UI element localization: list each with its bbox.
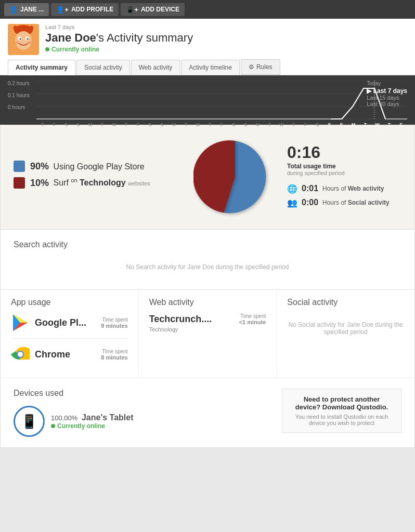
online-badge: Currently online (45, 46, 99, 53)
app-item-chrome: Chrome Time spent 8 minutes (11, 345, 128, 370)
chrome-icon (11, 345, 30, 364)
chart-legend: Today ▶ Last 7 days Last 15 days Last 30… (367, 81, 407, 107)
chart-area: 0.2 hours 0.1 hours 0 hours TF SS MT WT … (0, 75, 415, 125)
social-activity-title: Social activity (287, 298, 404, 307)
activity-left: 90% Using Google Play Store 10% Surf on … (14, 161, 183, 194)
svg-point-6 (27, 38, 29, 40)
user-icon: 👤 (9, 6, 18, 14)
search-section: Search activity No Search activity for J… (1, 230, 414, 289)
device-icon: 📱 (14, 406, 45, 437)
color-box-blue (14, 161, 25, 172)
tab-social-activity[interactable]: Social activity (76, 60, 130, 75)
online-dot (45, 47, 49, 51)
header: Last 7 days Jane Doe's Activity summary … (0, 19, 415, 75)
activity-label-1: 90% Using Google Play Store (30, 161, 145, 172)
social-icon: 👥 (287, 198, 297, 208)
tab-activity-summary[interactable]: Activity summary (8, 60, 75, 75)
chart-svg: TF SS MT WT FS SM TW TF SS MT WT FS S S … (36, 81, 407, 119)
svg-point-2 (15, 31, 32, 50)
color-box-red (14, 177, 25, 189)
header-period: Last 7 days (45, 24, 407, 30)
chart-x-labels: TF SS MT WT FS SM TW TF SS MT WT FS S S … (36, 122, 407, 127)
app-usage-title: App usage (11, 298, 128, 307)
social-usage-detail: 👥 0:00 Hours of Social activity (287, 198, 401, 208)
add-profile-button[interactable]: 👤+ ADD PROFILE (51, 3, 119, 16)
chart-y-labels: 0.2 hours 0.1 hours 0 hours (8, 81, 30, 116)
activity-right: 0:16 Total usage time during specified p… (287, 143, 401, 212)
web-icon: 🌐 (287, 184, 297, 194)
device-online-status: Currently online (51, 422, 134, 430)
social-no-activity: No Social activity for Jane Doe during t… (287, 313, 404, 343)
tab-rules[interactable]: ⚙ Rules (241, 59, 280, 75)
activity-label-2: 10% Surf on Technology websites (30, 177, 150, 188)
devices-left: Devices used 📱 100.00% Jane's Tablet Cur… (14, 389, 266, 437)
web-usage-detail: 🌐 0:01 Hours of Web activity (287, 184, 401, 194)
main-content: 90% Using Google Play Store 10% Surf on … (0, 125, 415, 448)
total-usage: 0:16 Total usage time during specified p… (287, 143, 401, 176)
search-section-title: Search activity (14, 240, 401, 249)
header-text: Last 7 days Jane Doe's Activity summary … (45, 24, 407, 53)
web-time-techcrunch: Time spent <1 minute (239, 313, 266, 325)
svg-point-7 (15, 42, 19, 44)
web-activity-title: Web activity (149, 298, 266, 307)
add-device-button[interactable]: 📱+ ADD DEVICE (121, 3, 185, 16)
device-item-tablet: 📱 100.00% Jane's Tablet Currently online (14, 406, 266, 437)
search-no-activity: No Search activity for Jane Doe during t… (14, 256, 401, 278)
svg-point-8 (28, 42, 32, 44)
web-item-techcrunch: Techcrunch.... Time spent <1 minute Tech… (149, 313, 266, 339)
activity-summary-section: 90% Using Google Play Store 10% Surf on … (1, 125, 414, 230)
gear-icon: ⚙ (249, 63, 254, 71)
google-play-icon (11, 313, 30, 332)
devices-title: Devices used (14, 389, 266, 398)
app-time-googleplay: Time spent 9 minutes (101, 317, 127, 329)
device-info: 100.00% Jane's Tablet Currently online (51, 413, 134, 430)
tab-activity-timeline[interactable]: Activity timeline (181, 60, 240, 75)
svg-point-21 (18, 352, 23, 357)
bottom-sections: App usage Google Pl... Time spent 9 minu… (1, 289, 414, 378)
avatar (8, 24, 39, 55)
web-activity-col: Web activity Techcrunch.... Time spent <… (139, 290, 277, 378)
device-online-dot (51, 424, 55, 428)
social-activity-col: Social activity No Social activity for J… (277, 290, 414, 378)
user-button[interactable]: 👤 JANE ... (4, 3, 49, 16)
tabs: Activity summary Social activity Web act… (8, 59, 407, 75)
app-time-chrome: Time spent 8 minutes (101, 349, 127, 361)
pie-chart (193, 136, 277, 219)
add-device-icon: 📱+ (126, 6, 138, 14)
top-nav: 👤 JANE ... 👤+ ADD PROFILE 📱+ ADD DEVICE (0, 0, 415, 19)
activity-item-2: 10% Surf on Technology websites (14, 177, 183, 189)
app-item-googleplay: Google Pl... Time spent 9 minutes (11, 313, 128, 339)
app-usage-col: App usage Google Pl... Time spent 9 minu… (1, 290, 139, 378)
header-title: Jane Doe's Activity summary (45, 31, 407, 45)
activity-item-1: 90% Using Google Play Store (14, 161, 183, 172)
protect-box: Need to protect another device? Download… (282, 389, 401, 433)
svg-point-5 (20, 38, 21, 40)
add-profile-icon: 👤+ (56, 6, 69, 14)
devices-section: Devices used 📱 100.00% Jane's Tablet Cur… (1, 378, 414, 447)
tab-web-activity[interactable]: Web activity (131, 60, 180, 75)
